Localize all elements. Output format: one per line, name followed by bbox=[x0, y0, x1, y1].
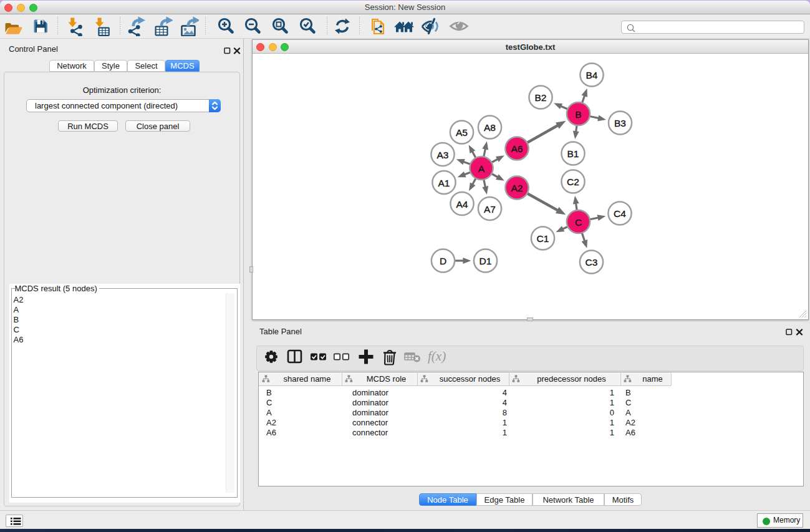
svg-text:C4: C4 bbox=[614, 208, 626, 219]
svg-text:B1: B1 bbox=[567, 148, 579, 159]
svg-text:C3: C3 bbox=[586, 257, 598, 268]
svg-text:C1: C1 bbox=[537, 233, 549, 244]
svg-text:B: B bbox=[575, 109, 581, 120]
svg-text:A2: A2 bbox=[511, 183, 523, 193]
svg-text:D1: D1 bbox=[480, 256, 492, 266]
svg-text:C2: C2 bbox=[567, 177, 579, 187]
svg-text:B3: B3 bbox=[614, 118, 626, 128]
svg-text:A: A bbox=[478, 163, 485, 174]
svg-text:D: D bbox=[440, 256, 446, 266]
svg-text:B2: B2 bbox=[535, 92, 547, 103]
svg-text:A7: A7 bbox=[484, 204, 496, 215]
svg-text:A6: A6 bbox=[511, 143, 523, 154]
svg-text:A4: A4 bbox=[456, 199, 468, 210]
svg-text:C: C bbox=[575, 217, 582, 228]
svg-text:A5: A5 bbox=[456, 127, 468, 138]
svg-text:A3: A3 bbox=[437, 150, 449, 160]
svg-text:A1: A1 bbox=[438, 178, 450, 188]
svg-text:A8: A8 bbox=[484, 122, 496, 133]
svg-text:B4: B4 bbox=[586, 70, 598, 80]
